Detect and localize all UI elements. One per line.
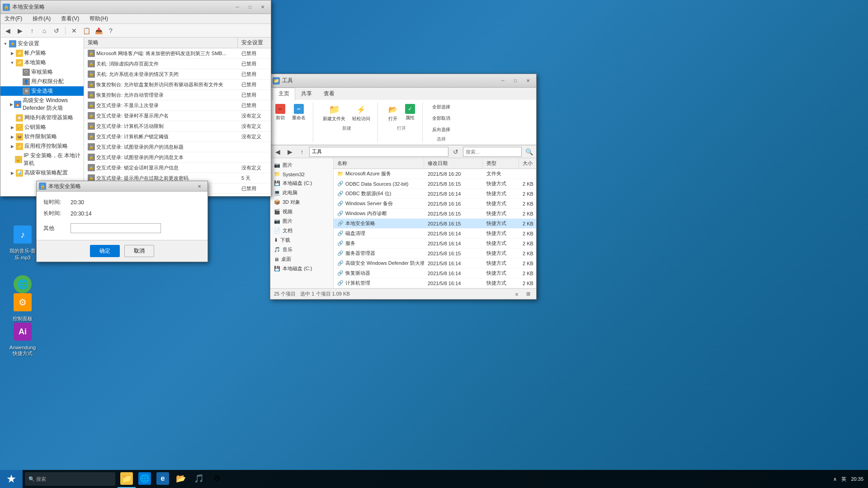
address-input[interactable] xyxy=(309,147,448,157)
explorer-file-row[interactable]: 🔗 ODBC 数据源(64 位) 2021/5/8 16:14 快捷方式 2 K… xyxy=(334,189,536,199)
policy-row[interactable]: 🔒 Microsoft 网络客户端: 将未加密的密码发送到第三方 SMB... … xyxy=(84,48,271,59)
policy-col-name[interactable]: 策略 xyxy=(84,38,238,48)
menu-file[interactable]: 文件(F) xyxy=(3,14,24,23)
rename-button[interactable]: ✏ 重命名 xyxy=(289,102,308,123)
delete-button[interactable]: ✕ xyxy=(69,26,79,36)
export-button[interactable]: 📤 xyxy=(94,26,104,36)
taskbar-app-ie[interactable]: e xyxy=(154,470,172,488)
invert-select-button[interactable]: 反向选择 xyxy=(429,125,453,135)
explorer-file-row[interactable]: 🔗 本地安全策略 2021/5/8 16:15 快捷方式 2 KB xyxy=(334,219,536,229)
policy-row[interactable]: 🔒 交互式登录: 试图登录的用户的消息文本 xyxy=(84,152,271,163)
policy-row[interactable]: 🔒 交互式登录: 试图登录的用户的消息标题 xyxy=(84,142,271,152)
taskbar-search[interactable]: 🔍 搜索 xyxy=(25,472,115,486)
explorer-minimize-button[interactable]: ─ xyxy=(497,76,509,85)
taskbar-app-explorer[interactable]: 📁 xyxy=(118,470,136,488)
explorer-maximize-button[interactable]: □ xyxy=(509,76,521,85)
refresh-button[interactable]: ↺ xyxy=(451,147,461,157)
explorer-file-row[interactable]: 📁 Microsoft Azure 服务 2021/5/8 16:20 文件夹 xyxy=(334,169,536,179)
policy-row[interactable]: 🔒 关机: 消除虚拟内存页面文件 已禁用 xyxy=(84,59,271,69)
tree-item-account[interactable]: ▶ 📁 帐户策略 xyxy=(0,48,84,58)
policy-col-value[interactable]: 安全设置 xyxy=(238,38,271,48)
home-button[interactable]: ⌂ xyxy=(39,26,49,36)
ok-button[interactable]: 确定 xyxy=(90,245,120,257)
maximize-button[interactable]: □ xyxy=(244,3,256,12)
taskbar-language[interactable]: 英 xyxy=(841,476,846,483)
sidebar-item-downloads[interactable]: ⬇ 下载 xyxy=(270,235,333,245)
search-input[interactable] xyxy=(463,147,522,157)
cut-button[interactable]: ✂ 剪切 xyxy=(273,102,288,123)
select-none-button[interactable]: 全部取消 xyxy=(429,113,453,123)
explorer-file-row[interactable]: 🔗 服务器管理器 2021/5/8 16:15 快捷方式 2 KB xyxy=(334,249,536,258)
open-button[interactable]: 📂 打开 xyxy=(385,102,401,124)
explorer-file-row[interactable]: 🔗 Windows Server 备份 2021/5/8 16:16 快捷方式 … xyxy=(334,199,536,209)
explorer-back-button[interactable]: ◀ xyxy=(273,147,283,157)
col-size[interactable]: 大小 xyxy=(519,158,536,169)
policy-row[interactable]: 🔒 交互式登录: 计算机不活动限制 没有定义 xyxy=(84,121,271,131)
tree-item-adv-audit[interactable]: ▶ 📊 高级审核策略配置 xyxy=(0,168,84,178)
tree-item-security-options[interactable]: ⚙ 安全选项 xyxy=(0,86,84,96)
sidebar-item-drive-c1[interactable]: 💾 本地磁盘 (C:) xyxy=(270,178,333,188)
taskbar-time[interactable]: 20:35 xyxy=(851,476,863,482)
up-button[interactable]: ↑ xyxy=(27,26,37,36)
tab-home[interactable]: 主页 xyxy=(273,88,295,100)
explorer-file-row[interactable]: 🔗 磁盘清理 2021/5/8 16:14 快捷方式 2 KB xyxy=(334,229,536,239)
explorer-file-row[interactable]: 🔗 恢复驱动器 2021/5/8 16:14 快捷方式 2 KB xyxy=(334,268,536,278)
taskbar-app-files[interactable]: 📂 xyxy=(172,470,190,488)
help-button[interactable]: ? xyxy=(106,26,116,36)
start-button[interactable] xyxy=(0,470,23,488)
policy-row[interactable]: 🔒 交互式登录: 不显示上次登录 已禁用 xyxy=(84,100,271,111)
sidebar-item-pictures2[interactable]: 📷 图片 xyxy=(270,216,333,226)
taskbar-app-edge[interactable]: 🌐 xyxy=(136,470,154,488)
explorer-file-row[interactable]: 🔗 Windows 内存诊断 2021/5/8 16:15 快捷方式 2 KB xyxy=(334,209,536,219)
tree-item-netlist[interactable]: 📋 网络列表管理器策略 xyxy=(0,113,84,122)
close-button[interactable]: ✕ xyxy=(257,3,269,12)
sidebar-item-system32[interactable]: 📁 System32 xyxy=(270,170,333,178)
desktop-icon-music[interactable]: ♪ 我的音乐-普乐.mp3 xyxy=(5,221,41,263)
properties-button[interactable]: 📋 xyxy=(81,26,91,36)
minimize-button[interactable]: ─ xyxy=(231,3,243,12)
tree-item-pubkey[interactable]: ▶ 🔑 公钥策略 xyxy=(0,122,84,132)
col-type[interactable]: 类型 xyxy=(483,158,519,169)
taskbar-app-media[interactable]: 🎵 xyxy=(190,470,208,488)
col-name[interactable]: 名称 xyxy=(334,158,424,169)
taskbar-notifications[interactable]: ∧ xyxy=(833,476,837,482)
menu-help[interactable]: 帮助(H) xyxy=(88,14,110,23)
policy-row[interactable]: 🔒 恢复控制台: 允许软盘复制并访问所有驱动器和所有文件夹 已禁用 xyxy=(84,80,271,90)
explorer-file-row[interactable]: 🔗 ODBC Data Sources (32-bit) 2021/5/8 16… xyxy=(334,179,536,189)
col-date[interactable]: 修改日期 xyxy=(424,158,483,169)
sidebar-item-3d[interactable]: 📦 3D 对象 xyxy=(270,197,333,207)
tree-item-appcontrol[interactable]: ▶ 📂 应用程序控制策略 xyxy=(0,141,84,151)
tree-item-audit[interactable]: 🛡 审核策略 xyxy=(0,67,84,77)
sidebar-item-videos[interactable]: 🎬 视频 xyxy=(270,207,333,216)
taskbar-app-settings[interactable]: ⚙ xyxy=(208,470,226,488)
list-view-button[interactable]: ≡ xyxy=(512,290,521,299)
explorer-forward-button[interactable]: ▶ xyxy=(285,147,295,157)
cancel-button[interactable]: 取消 xyxy=(124,245,154,257)
tree-item-local[interactable]: ▼ 📁 本地策略 xyxy=(0,58,84,67)
tab-view[interactable]: 查看 xyxy=(318,88,340,100)
select-all-button[interactable]: 全部选择 xyxy=(429,102,453,112)
sidebar-item-drive-c2[interactable]: 💾 本地磁盘 (C:) xyxy=(270,264,333,273)
sidebar-item-music[interactable]: 🎵 音乐 xyxy=(270,245,333,254)
other-input[interactable] xyxy=(71,223,161,233)
tree-item-software[interactable]: ▶ 📦 软件限制策略 xyxy=(0,132,84,141)
menu-action[interactable]: 操作(A) xyxy=(31,14,52,23)
dialog-close-button[interactable]: ✕ xyxy=(193,182,205,191)
policy-row[interactable]: 🔒 交互式登录: 锁定会话时显示用户信息 没有定义 xyxy=(84,163,271,173)
desktop-icon-app[interactable]: Ai Anwendung 快捷方式 xyxy=(5,319,41,359)
sidebar-item-desktop[interactable]: 🖥 桌面 xyxy=(270,254,333,264)
sidebar-item-thispc[interactable]: 💻 此电脑 xyxy=(270,188,333,197)
policy-row[interactable]: 🔒 关机: 允许系统在未登录的情况下关闭 已禁用 xyxy=(84,69,271,80)
easy-access-button[interactable]: ⚡ 轻松访问 xyxy=(349,102,373,124)
tree-item-user-rights[interactable]: 👤 用户权限分配 xyxy=(0,77,84,86)
explorer-file-row[interactable]: 🔗 计算机管理 2021/5/8 16:14 快捷方式 2 KB xyxy=(334,278,536,288)
properties-button[interactable]: ✓ 属性 xyxy=(402,102,418,124)
new-folder-button[interactable]: 📁 新建文件夹 xyxy=(320,102,348,124)
policy-row[interactable]: 🔒 交互式登录: 计算机帐户锁定阈值 没有定义 xyxy=(84,131,271,142)
tab-share[interactable]: 共享 xyxy=(295,88,318,100)
menu-view[interactable]: 查看(V) xyxy=(59,14,81,23)
refresh-button[interactable]: ↺ xyxy=(52,26,61,36)
grid-view-button[interactable]: ⊞ xyxy=(524,290,533,299)
policy-row[interactable]: 🔒 恢复控制台: 允许自动管理登录 已禁用 xyxy=(84,90,271,100)
explorer-file-row[interactable]: 🔗 高级安全 Windows Defender 防火墙 2021/5/8 16:… xyxy=(334,258,536,268)
